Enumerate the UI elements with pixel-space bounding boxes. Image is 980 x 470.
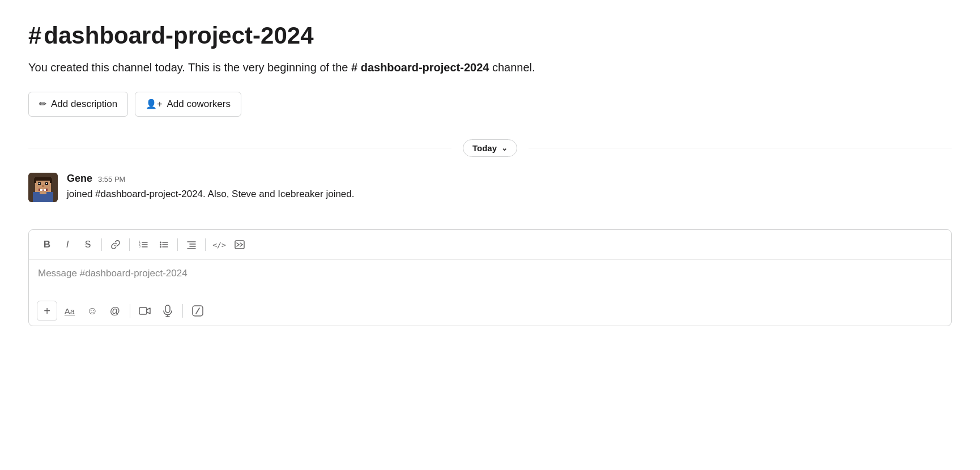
pencil-icon: ✏ (39, 99, 46, 110)
emoji-button[interactable]: ☺ (82, 301, 103, 321)
svg-rect-9 (42, 185, 44, 187)
description-suffix: channel. (489, 61, 535, 74)
strikethrough-button[interactable]: S (79, 236, 97, 254)
ordered-list-button[interactable]: 1 2 3 (134, 236, 152, 254)
bottom-divider-2 (182, 304, 183, 318)
attachment-button[interactable]: + (37, 301, 57, 321)
main-content: # dashboard-project-2024 You created thi… (0, 0, 980, 326)
message-header: Gene 3:55 PM (67, 173, 952, 185)
toolbar-divider-1 (101, 238, 102, 251)
svg-point-26 (160, 246, 161, 248)
channel-name: dashboard-project-2024 (44, 23, 313, 49)
svg-rect-17 (40, 191, 46, 194)
compose-box: B I S 1 2 3 (28, 229, 952, 326)
compose-toolbar: B I S 1 2 3 (29, 230, 951, 260)
add-coworkers-label: Add coworkers (167, 98, 231, 110)
action-buttons: ✏ Add description 👤+ Add coworkers (28, 92, 952, 117)
svg-rect-11 (39, 189, 40, 191)
today-badge[interactable]: Today ⌄ (463, 139, 517, 157)
toolbar-divider-4 (205, 238, 206, 251)
avatar (28, 173, 58, 202)
svg-rect-4 (50, 178, 52, 183)
indent-button[interactable] (182, 236, 201, 254)
svg-rect-39 (139, 307, 147, 314)
svg-rect-15 (44, 189, 46, 191)
svg-text:3: 3 (139, 245, 140, 248)
compose-placeholder: Message #dashboard-project-2024 (38, 268, 188, 279)
svg-line-44 (196, 308, 199, 314)
audio-button[interactable] (157, 301, 178, 321)
svg-point-24 (160, 242, 161, 243)
toolbar-divider-3 (177, 238, 178, 251)
svg-rect-14 (40, 189, 42, 191)
video-button[interactable] (135, 301, 155, 321)
description-channel-ref: # dashboard-project-2024 (351, 61, 489, 74)
compose-input[interactable]: Message #dashboard-project-2024 (29, 260, 951, 296)
hash-icon: # (28, 24, 41, 48)
svg-rect-40 (165, 305, 170, 313)
add-description-button[interactable]: ✏ Add description (28, 92, 128, 117)
svg-rect-12 (46, 189, 48, 191)
svg-line-36 (237, 245, 239, 246)
divider-right (529, 148, 952, 148)
svg-line-38 (240, 245, 242, 246)
add-coworkers-button[interactable]: 👤+ Add coworkers (135, 92, 241, 117)
svg-rect-3 (34, 178, 36, 183)
message-author: Gene (67, 173, 92, 185)
bold-button[interactable]: B (38, 236, 56, 254)
description-prefix: You created this channel today. This is … (28, 61, 351, 74)
message-item: Gene 3:55 PM joined #dashboard-project-2… (28, 173, 952, 202)
chevron-down-icon: ⌄ (501, 144, 508, 152)
channel-description: You created this channel today. This is … (28, 59, 952, 76)
avatar-image (28, 173, 58, 202)
divider-left (28, 148, 451, 148)
link-button[interactable] (106, 236, 125, 254)
add-description-label: Add description (51, 98, 117, 110)
message-area: Gene 3:55 PM joined #dashboard-project-2… (28, 173, 952, 229)
add-person-icon: 👤+ (146, 99, 162, 110)
bottom-divider-1 (130, 304, 130, 318)
svg-rect-7 (39, 183, 40, 184)
toolbar-divider-2 (129, 238, 130, 251)
unordered-list-button[interactable] (155, 236, 173, 254)
svg-point-25 (160, 244, 161, 246)
slash-command-button[interactable] (188, 301, 208, 321)
message-time: 3:55 PM (98, 175, 125, 183)
text-format-button[interactable]: Aa (59, 301, 80, 321)
italic-button[interactable]: I (58, 236, 76, 254)
svg-rect-8 (46, 183, 47, 184)
today-label: Today (472, 143, 497, 153)
message-text: joined #dashboard-project-2024. Also, St… (67, 187, 952, 202)
message-content: Gene 3:55 PM joined #dashboard-project-2… (67, 173, 952, 202)
code-block-button[interactable] (231, 236, 249, 254)
svg-rect-2 (35, 177, 51, 181)
channel-title-row: # dashboard-project-2024 (28, 23, 952, 49)
compose-bottom-toolbar: + Aa ☺ @ (29, 296, 951, 326)
mention-button[interactable]: @ (105, 301, 125, 321)
date-divider: Today ⌄ (28, 139, 952, 157)
code-button[interactable]: </> (210, 236, 228, 254)
